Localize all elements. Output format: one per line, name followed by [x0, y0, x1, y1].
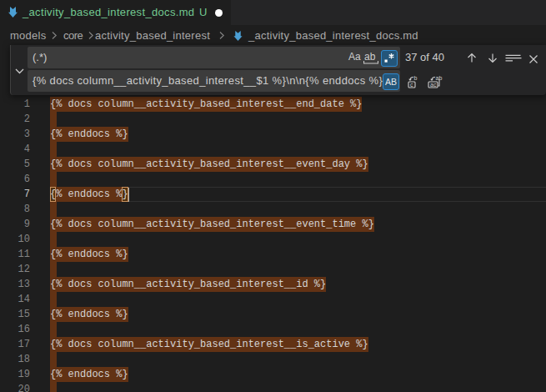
svg-text:ab: ab [436, 75, 443, 81]
svg-text:b: b [414, 75, 418, 81]
svg-text:c: c [410, 82, 413, 88]
svg-text:ac: ac [430, 82, 437, 88]
